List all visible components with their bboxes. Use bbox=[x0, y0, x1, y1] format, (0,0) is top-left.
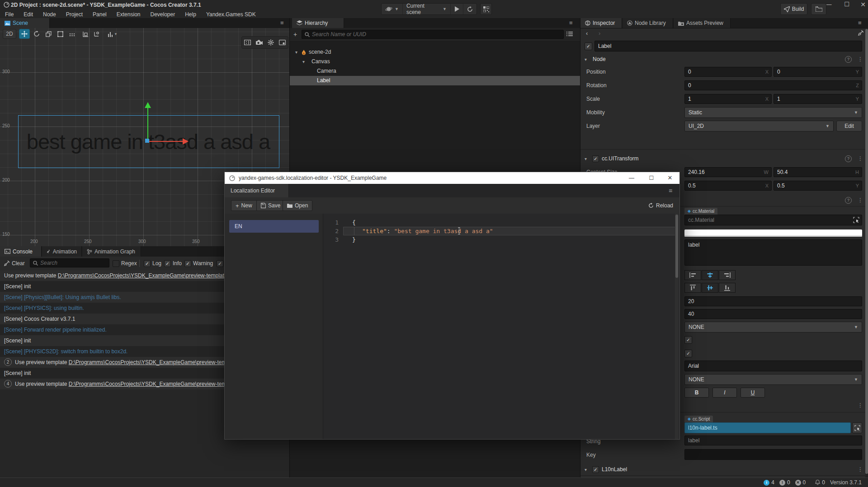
content-width-field[interactable]: 240.16W bbox=[684, 167, 772, 177]
warning-filter-checkbox[interactable]: ✓ bbox=[184, 260, 191, 267]
tab-animation-graph[interactable]: Animation Graph bbox=[82, 246, 141, 257]
pin-icon[interactable] bbox=[858, 30, 864, 36]
status-warning-counter[interactable]: ! 0 bbox=[779, 479, 790, 486]
preview-browser-select[interactable]: ▼ bbox=[382, 4, 403, 14]
move-tool-button[interactable] bbox=[19, 29, 30, 39]
log-filter-checkbox[interactable]: ✓ bbox=[144, 260, 151, 267]
inspector-scrollbar[interactable] bbox=[865, 28, 868, 478]
menu-panel[interactable]: Panel bbox=[88, 11, 112, 18]
status-info-counter[interactable]: i 4 bbox=[764, 479, 774, 486]
mobility-dropdown[interactable]: Static▼ bbox=[684, 107, 862, 118]
scrollbar-thumb[interactable] bbox=[675, 215, 678, 278]
rect-tool-button[interactable] bbox=[55, 29, 65, 39]
rotation-z-field[interactable]: 0Z bbox=[684, 80, 862, 90]
loc-menu-icon[interactable]: ≡ bbox=[669, 187, 672, 194]
regex-checkbox[interactable] bbox=[113, 260, 119, 267]
chevron-down-icon[interactable]: ▾ bbox=[302, 57, 305, 66]
console-search-input[interactable]: Search bbox=[30, 258, 109, 267]
cache-mode-dropdown[interactable]: NONE▼ bbox=[684, 374, 862, 385]
anchor-y-field[interactable]: 0.5Y bbox=[774, 181, 862, 191]
font-size-field[interactable]: 20 bbox=[684, 296, 862, 306]
help-icon[interactable]: ? bbox=[845, 155, 852, 162]
tab-hierarchy[interactable]: Hierarchy bbox=[292, 18, 344, 28]
json-code-editor[interactable]: 1 2 3 { "title": "best game in t3asd a a… bbox=[323, 214, 679, 439]
line-height-field[interactable]: 40 bbox=[684, 309, 862, 319]
clear-console-icon[interactable] bbox=[4, 260, 10, 266]
uitransform-checkbox[interactable]: ✓ bbox=[592, 155, 599, 162]
inspector-menu-icon[interactable]: ≡ bbox=[858, 19, 862, 26]
tree-node-canvas[interactable]: ▾ Canvas bbox=[290, 57, 580, 66]
view-settings-icon[interactable] bbox=[279, 40, 286, 45]
bold-button[interactable]: B bbox=[684, 388, 709, 398]
new-button[interactable]: + New bbox=[231, 200, 257, 211]
valign-bottom-button[interactable] bbox=[719, 283, 736, 293]
menu-extension[interactable]: Extension bbox=[112, 11, 146, 18]
mode-2d-button[interactable]: 2D bbox=[3, 29, 16, 39]
save-button[interactable]: Save bbox=[256, 200, 285, 211]
maximize-icon[interactable]: ☐ bbox=[839, 0, 854, 9]
chevron-down-icon[interactable]: ▾ bbox=[295, 47, 297, 57]
string-value-field[interactable]: label bbox=[684, 435, 862, 445]
build-button[interactable]: Build bbox=[780, 3, 807, 15]
info-filter-checkbox[interactable]: ✓ bbox=[164, 260, 171, 267]
l10nlabel-checkbox[interactable]: ✓ bbox=[592, 466, 599, 473]
label-color-swatch[interactable] bbox=[684, 229, 862, 237]
help-icon[interactable]: ? bbox=[845, 56, 852, 63]
snap-position-button[interactable] bbox=[80, 29, 90, 39]
section-menu-icon[interactable]: ⋮ bbox=[858, 197, 863, 203]
underline-button[interactable]: U bbox=[741, 388, 765, 398]
valign-middle-button[interactable] bbox=[702, 283, 718, 293]
hierarchy-search-input[interactable]: Search Name or UUID bbox=[302, 30, 564, 39]
tree-node-label-selected[interactable]: Label bbox=[290, 76, 580, 85]
l10nlabel-section-header[interactable]: ▾ ✓ L10nLabel ⋮ bbox=[580, 465, 868, 474]
loc-scrollbar[interactable] bbox=[675, 214, 679, 439]
node-active-checkbox[interactable]: ✓ bbox=[585, 42, 592, 50]
menu-node[interactable]: Node bbox=[38, 11, 61, 18]
menu-project[interactable]: Project bbox=[61, 11, 88, 18]
label-string-textarea[interactable]: label bbox=[684, 239, 862, 266]
anchor-x-field[interactable]: 0.5X bbox=[684, 181, 772, 191]
tab-node-library[interactable]: Node Library bbox=[623, 18, 673, 28]
history-forward-icon[interactable]: › bbox=[599, 30, 600, 37]
camera-icon[interactable] bbox=[256, 40, 263, 45]
menu-yandex-games-sdk[interactable]: Yandex.Games SDK bbox=[201, 11, 261, 18]
label-option-checkbox-2[interactable]: ✓ bbox=[684, 350, 692, 357]
menu-edit[interactable]: Edit bbox=[19, 11, 38, 18]
help-icon[interactable]: ? bbox=[845, 197, 852, 204]
rotate-tool-button[interactable] bbox=[32, 29, 42, 39]
create-node-icon[interactable]: + bbox=[293, 31, 297, 37]
close-icon[interactable]: ✕ bbox=[660, 172, 679, 184]
label-option-checkbox-1[interactable]: ✓ bbox=[684, 336, 692, 344]
open-button[interactable]: Open bbox=[283, 200, 312, 211]
layer-edit-button[interactable]: Edit bbox=[836, 121, 862, 131]
tab-animation[interactable]: Animation bbox=[42, 246, 82, 257]
status-error-counter[interactable]: ✕ 0 bbox=[795, 479, 806, 486]
error-filter-checkbox[interactable]: ✓ bbox=[217, 260, 223, 267]
clear-console-label[interactable]: Clear bbox=[12, 260, 25, 267]
scale-x-field[interactable]: 1X bbox=[684, 94, 772, 104]
qr-preview-button[interactable] bbox=[480, 3, 492, 15]
hierarchy-menu-icon[interactable]: ≡ bbox=[569, 19, 573, 26]
tree-node-camera[interactable]: Camera bbox=[290, 66, 580, 76]
close-icon[interactable]: ✕ bbox=[855, 0, 868, 9]
section-menu-icon[interactable]: ⋮ bbox=[858, 56, 863, 62]
material-field[interactable]: cc.Material bbox=[684, 215, 862, 225]
script-file-field[interactable]: l10n-label.ts bbox=[684, 422, 851, 433]
tab-localization-editor[interactable]: Localization Editor bbox=[225, 184, 289, 197]
language-item-en[interactable]: EN bbox=[229, 220, 319, 233]
font-family-field[interactable]: Arial bbox=[684, 361, 862, 371]
scene-select-dropdown[interactable]: Current scene ▼ bbox=[403, 4, 451, 14]
node-name-field[interactable]: Label bbox=[594, 41, 862, 52]
overflow-dropdown[interactable]: NONE▼ bbox=[684, 322, 862, 332]
menu-help[interactable]: Help bbox=[180, 11, 201, 18]
valign-top-button[interactable] bbox=[684, 283, 701, 293]
refresh-button[interactable] bbox=[463, 4, 476, 14]
maximize-icon[interactable]: ☐ bbox=[642, 172, 661, 184]
gizmo-x-axis[interactable] bbox=[149, 141, 183, 142]
status-notification-counter[interactable]: 0 bbox=[815, 479, 825, 486]
minimize-icon[interactable]: — bbox=[622, 172, 642, 184]
history-back-icon[interactable]: ‹ bbox=[586, 30, 588, 37]
gizmo-y-axis[interactable] bbox=[147, 108, 148, 141]
section-menu-icon[interactable]: ⋮ bbox=[858, 402, 863, 408]
halign-left-button[interactable] bbox=[684, 270, 701, 280]
